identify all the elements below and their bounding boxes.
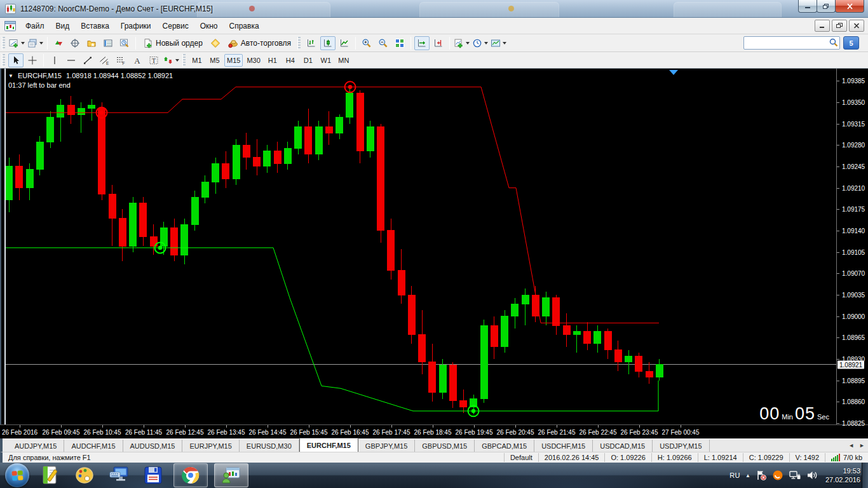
mdi-minimize-button[interactable] bbox=[815, 20, 830, 32]
chart-tab-gbpjpy[interactable]: GBPJPY,M15 bbox=[358, 440, 415, 452]
volume-tray-icon[interactable] bbox=[806, 470, 818, 481]
taskbar-remote-desktop-icon[interactable] bbox=[105, 463, 133, 487]
window-titlebar[interactable]: 11248709: NoorCM-Demo - Демо Счет - [EUR… bbox=[0, 0, 868, 18]
timeframe-button-m1[interactable]: M1 bbox=[189, 54, 205, 67]
status-traffic: 7/0 kb bbox=[825, 453, 868, 462]
restore-button[interactable] bbox=[817, 0, 836, 13]
taskbar-notepad-icon[interactable] bbox=[36, 463, 64, 487]
menu-item-2[interactable]: Вставка bbox=[75, 18, 115, 34]
horizontal-line-tool-button[interactable] bbox=[64, 53, 79, 67]
taskbar-floppy-save-icon[interactable] bbox=[139, 463, 167, 487]
chart-plot[interactable] bbox=[0, 69, 836, 424]
text-tool-button[interactable]: A bbox=[130, 53, 145, 67]
crosshair-tool-button[interactable] bbox=[25, 53, 40, 67]
indicators-button[interactable] bbox=[453, 36, 470, 50]
search-icon[interactable] bbox=[829, 37, 839, 48]
line-studies-toolbar: E F A T M1M5M15M30H1H4D1W1MN bbox=[0, 52, 868, 69]
arrows-tool-button[interactable] bbox=[163, 53, 180, 67]
chart-tab-audjpy[interactable]: AUDJPY,M15 bbox=[8, 440, 64, 452]
chart-shift-button[interactable] bbox=[431, 36, 446, 50]
market-watch-button[interactable] bbox=[51, 36, 66, 50]
show-desktop-button[interactable] bbox=[862, 463, 868, 488]
candlestick-chart-button[interactable] bbox=[320, 36, 336, 50]
tab-scroll-left-icon[interactable]: ◄ bbox=[848, 442, 854, 449]
taskbar-paint-icon[interactable] bbox=[71, 463, 98, 487]
network-tray-icon[interactable] bbox=[789, 470, 801, 481]
chart-tab-usdcad[interactable]: USDCAD,M15 bbox=[593, 440, 653, 452]
terminal-button[interactable] bbox=[100, 36, 116, 50]
time-axis[interactable]: 26 Feb 201626 Feb 09:4526 Feb 10:4526 Fe… bbox=[0, 424, 868, 438]
chart-tab-gbpcad[interactable]: GBPCAD,M15 bbox=[475, 440, 534, 452]
chart-tab-usdjpy[interactable]: USDJPY,M15 bbox=[653, 440, 709, 452]
cursor-tool-button[interactable] bbox=[8, 53, 24, 67]
timeframe-button-mn[interactable]: MN bbox=[336, 54, 352, 67]
templates-button[interactable] bbox=[490, 36, 507, 50]
close-button[interactable] bbox=[835, 0, 864, 13]
data-window-button[interactable] bbox=[67, 36, 83, 50]
minimize-button[interactable] bbox=[798, 0, 817, 13]
vertical-line-tool-button[interactable] bbox=[47, 53, 62, 67]
updater-tray-icon[interactable] bbox=[772, 470, 783, 481]
status-profile[interactable]: Default bbox=[504, 453, 538, 462]
start-button[interactable] bbox=[5, 463, 29, 487]
time-tick-mark bbox=[515, 425, 516, 428]
zoom-out-button[interactable] bbox=[376, 36, 391, 50]
bar-chart-button[interactable] bbox=[304, 36, 319, 50]
mdi-close-button[interactable] bbox=[849, 20, 864, 32]
chart-tab-usdchf[interactable]: USDCHF,M15 bbox=[534, 440, 593, 452]
clock[interactable]: 19:53 27.02.2016 bbox=[825, 466, 860, 485]
taskbar-mt4-button[interactable] bbox=[214, 463, 248, 487]
action-center-flag-icon[interactable] bbox=[756, 470, 767, 481]
price-axis[interactable]: 1.093851.093501.093151.092801.092451.092… bbox=[836, 69, 868, 424]
taskbar-chrome-button[interactable] bbox=[173, 463, 208, 487]
timeframe-button-w1[interactable]: W1 bbox=[318, 54, 334, 67]
metaeditor-button[interactable] bbox=[208, 36, 223, 50]
new-chart-button[interactable] bbox=[8, 36, 25, 50]
toolbar-grip[interactable] bbox=[182, 54, 186, 67]
menu-item-4[interactable]: Сервис bbox=[157, 18, 194, 34]
fibonacci-tool-button[interactable]: F bbox=[113, 53, 128, 67]
menu-item-3[interactable]: Графики bbox=[115, 18, 157, 34]
mdi-restore-button[interactable] bbox=[832, 20, 847, 32]
profiles-button[interactable] bbox=[27, 36, 44, 50]
timeframe-button-h1[interactable]: H1 bbox=[264, 54, 281, 67]
navigator-button[interactable] bbox=[84, 36, 99, 50]
autotrading-button[interactable]: Авто-торговля bbox=[224, 36, 295, 50]
toolbar-grip[interactable] bbox=[2, 54, 5, 67]
language-indicator[interactable]: RU bbox=[729, 471, 740, 479]
trendline-tool-button[interactable] bbox=[80, 53, 95, 67]
auto-scroll-button[interactable] bbox=[414, 36, 430, 50]
zoom-in-button[interactable] bbox=[359, 36, 374, 50]
chart-tab-audchf[interactable]: AUDCHF,M15 bbox=[64, 440, 123, 452]
chart-tab-eurchf[interactable]: EURCHF,M15 bbox=[299, 438, 358, 452]
price-tick-mark bbox=[837, 295, 839, 295]
tile-windows-button[interactable] bbox=[392, 36, 407, 50]
community-notifications-badge[interactable]: 5 bbox=[843, 36, 859, 50]
line-chart-button[interactable] bbox=[337, 36, 352, 50]
text-label-tool-button[interactable]: T bbox=[146, 53, 161, 67]
toolbar-grip[interactable] bbox=[297, 37, 301, 50]
background-favicon bbox=[508, 6, 514, 11]
timeframe-button-h4[interactable]: H4 bbox=[282, 54, 299, 67]
scroll-position-marker bbox=[669, 70, 678, 75]
search-input[interactable] bbox=[743, 36, 840, 50]
menu-item-5[interactable]: Окно bbox=[194, 18, 224, 34]
chart-tab-gbpusd[interactable]: GBPUSD,M15 bbox=[415, 440, 475, 452]
chart-tab-eurjpy[interactable]: EURJPY,M15 bbox=[182, 440, 239, 452]
menu-item-6[interactable]: Справка bbox=[224, 18, 265, 34]
strategy-tester-button[interactable] bbox=[117, 36, 132, 50]
timeframe-button-m15[interactable]: M15 bbox=[224, 54, 243, 67]
menu-item-0[interactable]: Файл bbox=[20, 18, 50, 34]
chart-tab-eurusd[interactable]: EURUSD,M30 bbox=[240, 440, 299, 452]
tab-scroll-right-icon[interactable]: ► bbox=[859, 442, 865, 449]
menu-item-1[interactable]: Вид bbox=[50, 18, 76, 34]
equidistant-channel-tool-button[interactable]: E bbox=[97, 53, 112, 67]
toolbar-grip[interactable] bbox=[2, 37, 5, 50]
timeframe-button-d1[interactable]: D1 bbox=[300, 54, 316, 67]
timeframe-button-m5[interactable]: M5 bbox=[207, 54, 223, 67]
periods-button[interactable] bbox=[471, 36, 489, 50]
tray-expand-icon[interactable]: ▲ bbox=[745, 473, 750, 478]
chart-tab-audusd[interactable]: AUDUSD,M15 bbox=[123, 440, 183, 452]
timeframe-button-m30[interactable]: M30 bbox=[244, 54, 262, 67]
new-order-button[interactable]: Новый ордер bbox=[139, 36, 207, 50]
